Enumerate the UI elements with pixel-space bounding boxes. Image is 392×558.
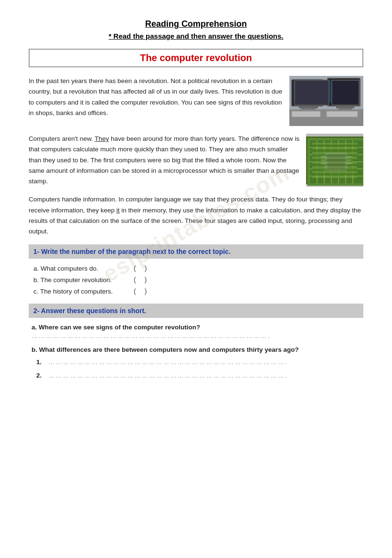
svg-rect-32 [321, 163, 326, 164]
svg-rect-35 [347, 163, 351, 164]
svg-rect-11 [327, 111, 358, 117]
article-title-box: The computer revolution [29, 49, 363, 67]
q2b-dots-2: ………………………………………………………………………………………. [49, 372, 363, 379]
paren-close-b: ) [145, 276, 147, 284]
q2-item-b: b. What differences are there between co… [29, 346, 363, 379]
section2-header: 2- Answer these questions in short. [29, 304, 363, 318]
q2b-dots-1: ………………………………………………………………………………………. [49, 359, 363, 366]
svg-point-36 [316, 146, 318, 148]
paragraph-2-section: Computers aren't new. They have been aro… [29, 134, 363, 187]
svg-rect-28 [326, 153, 347, 170]
q2a-answer-dots: ………………………………………………………………………………………. [32, 333, 363, 339]
svg-point-43 [352, 175, 354, 177]
svg-rect-14 [304, 93, 312, 94]
num-1: 1. [36, 358, 45, 366]
q1-item-a: a. What computers do. ( ) [29, 264, 363, 272]
paragraph-1-section: In the past ten years there has been a r… [29, 76, 363, 126]
svg-rect-16 [310, 140, 362, 183]
computer-photo [289, 76, 363, 126]
svg-point-42 [345, 175, 347, 177]
section1-header: 1- Write the number of the paragraph nex… [29, 244, 363, 259]
chip-image [306, 137, 363, 184]
paragraph-2: Computers aren't new. They have been aro… [29, 134, 299, 187]
q2b-label: b. What differences are there between co… [32, 346, 363, 353]
p2-underlined: They [95, 135, 109, 142]
svg-point-38 [345, 146, 347, 148]
svg-rect-33 [347, 156, 351, 158]
q1-label-a: a. What computers do. [33, 265, 129, 272]
chip-photo [306, 134, 363, 187]
q1-parens-b: ( ) [134, 276, 147, 284]
svg-rect-4 [299, 106, 318, 108]
svg-rect-8 [336, 106, 354, 108]
paren-close-c: ) [145, 287, 147, 295]
p2-post: have been around for more than forty yea… [29, 135, 299, 185]
svg-rect-31 [321, 159, 326, 161]
svg-rect-30 [321, 156, 326, 158]
svg-rect-34 [347, 159, 351, 161]
q2a-label: a. Where can we see signs of the compute… [32, 324, 363, 331]
svg-rect-7 [329, 80, 358, 102]
q2b-prefix: b. [32, 346, 39, 353]
q1-parens-c: ( ) [134, 287, 147, 295]
svg-rect-6 [328, 78, 360, 106]
q2b-answer-1: 1. ………………………………………………………………………………………. [36, 357, 363, 366]
instruction-star: * [109, 32, 114, 40]
svg-point-39 [352, 146, 354, 148]
instruction: * Read the passage and then answer the q… [29, 32, 363, 40]
q1-parens-a: ( ) [134, 264, 147, 272]
q1-item-b: b. The computer revolution. ( ) [29, 276, 363, 284]
num-2: 2. [36, 372, 45, 379]
q2b-answers: 1. ………………………………………………………………………………………. 2.… [32, 357, 363, 379]
q2b-answer-2: 2. ………………………………………………………………………………………. [36, 370, 363, 379]
paren-open-b: ( [134, 276, 136, 284]
q1-label-b: b. The computer revolution. [33, 276, 129, 284]
paren-open-a: ( [134, 264, 136, 272]
q2a-prefix: a. [32, 324, 39, 331]
svg-rect-3 [294, 82, 321, 103]
paragraph-3: Computers handle information. In compute… [29, 194, 363, 237]
paren-close-a: ) [145, 264, 147, 272]
svg-point-41 [323, 175, 326, 177]
svg-rect-13 [304, 90, 316, 91]
instruction-text: Read the passage and then answer the que… [114, 32, 284, 40]
svg-rect-10 [292, 111, 320, 117]
q2a-question: Where can we see signs of the computer r… [39, 324, 200, 331]
section2-content: a. Where can we see signs of the compute… [29, 324, 363, 379]
svg-rect-12 [304, 88, 313, 89]
q1-label-c: c. The history of computers. [33, 288, 129, 295]
svg-rect-5 [301, 108, 316, 110]
p3-underlined: it [117, 207, 120, 214]
svg-point-40 [316, 175, 318, 177]
computer-image [289, 76, 363, 126]
q2-item-a: a. Where can we see signs of the compute… [29, 324, 363, 339]
paren-open-c: ( [134, 287, 136, 295]
svg-rect-2 [292, 80, 323, 106]
q2b-question: What differences are there between compu… [39, 346, 299, 353]
q1-item-c: c. The history of computers. ( ) [29, 287, 363, 295]
svg-rect-9 [339, 108, 352, 110]
page-title: Reading Comprehension [29, 19, 363, 29]
paragraph-1: In the past ten years there has been a r… [29, 76, 283, 126]
p2-pre: Computers aren't new. [29, 135, 95, 142]
svg-point-37 [323, 146, 326, 148]
article-title: The computer revolution [140, 53, 252, 63]
svg-rect-29 [328, 155, 345, 168]
